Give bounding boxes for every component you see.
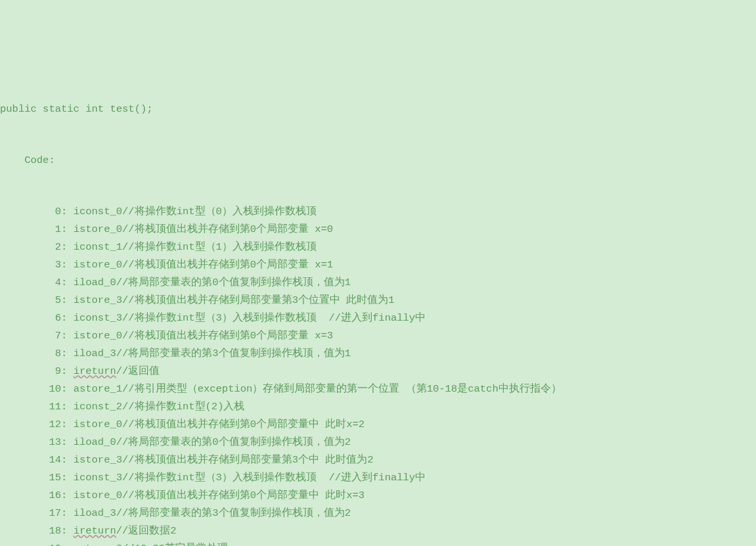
comment: //将操作数int型（0）入栈到操作数栈顶: [122, 204, 317, 221]
comment: //19-23其它异常处理: [122, 541, 228, 546]
code-label: Code:: [0, 152, 756, 170]
line-prefix: 12:: [0, 417, 74, 434]
instruction-line: 2: iconst_1 //将操作数int型（1）入栈到操作数栈顶: [0, 239, 756, 257]
instruction-line: 3: istore_0 //将栈顶值出栈并存储到第0个局部变量 x=1: [0, 257, 756, 275]
instruction-line: 15: iconst_3 //将操作数int型（3）入栈到操作数栈顶 //进入到…: [0, 470, 756, 488]
line-prefix: 14:: [0, 452, 74, 469]
comment: //将操作数int型（1）入栈到操作数栈顶: [122, 239, 317, 256]
opcode: iconst_2: [74, 399, 122, 416]
instruction-line: 10: astore_1 //将引用类型（exception）存储到局部变量的第…: [0, 381, 756, 399]
instruction-line: 17: iload_3 //将局部变量表的第3个值复制到操作栈顶，值为2: [0, 505, 756, 523]
method-signature: public static int test();: [0, 101, 756, 118]
comment: //返回数据2: [116, 523, 177, 540]
line-prefix: 11:: [0, 399, 74, 416]
line-prefix: 13:: [0, 434, 74, 451]
opcode: iconst_1: [74, 239, 122, 256]
line-prefix: 8:: [0, 346, 74, 363]
line-prefix: 1:: [0, 221, 74, 239]
line-prefix: 19:: [0, 541, 74, 546]
line-prefix: 10:: [0, 381, 74, 398]
opcode: istore_0: [74, 328, 122, 345]
comment: //将操作数int型（3）入栈到操作数栈顶 //进入到finally中: [122, 310, 426, 327]
opcode: istore_0: [74, 221, 122, 239]
line-prefix: 18:: [0, 523, 74, 540]
comment: //将局部变量表的第3个值复制到操作栈顶，值为2: [116, 505, 351, 522]
comment: //将局部变量表的第0个值复制到操作栈顶，值为2: [116, 434, 351, 451]
line-prefix: 0:: [0, 204, 74, 221]
instruction-line: 19: astore_2 //19-23其它异常处理: [0, 541, 756, 546]
line-prefix: 6:: [0, 310, 74, 327]
comment: //将栈顶值出栈并存储到第0个局部变量 x=0: [122, 221, 333, 239]
opcode: iconst_3: [74, 310, 122, 327]
instruction-line: 9: ireturn //返回值: [0, 363, 756, 381]
comment: //将引用类型（exception）存储到局部变量的第一个位置 （第10-18是…: [122, 381, 562, 398]
comment: //将栈顶值出栈并存储到第0个局部变量 x=1: [122, 257, 333, 274]
comment: //将操作数int型（3）入栈到操作数栈顶 //进入到finally中: [122, 470, 426, 487]
opcode: iload_3: [74, 346, 116, 363]
line-prefix: 4:: [0, 275, 74, 292]
opcode: iconst_3: [74, 470, 122, 487]
line-prefix: 15:: [0, 470, 74, 487]
line-prefix: 17:: [0, 505, 74, 522]
instruction-line: 13: iload_0 //将局部变量表的第0个值复制到操作栈顶，值为2: [0, 434, 756, 452]
opcode: ireturn: [74, 363, 116, 380]
instruction-line: 16: istore_0 //将栈顶值出栈并存储到第0个局部变量中 此时x=3: [0, 488, 756, 505]
comment: //将栈顶值出栈并存储到第0个局部变量 x=3: [122, 328, 333, 345]
comment: //将局部变量表的第3个值复制到操作栈顶，值为1: [116, 346, 351, 363]
instruction-line: 12: istore_0 //将栈顶值出栈并存储到第0个局部变量中 此时x=2: [0, 417, 756, 434]
instruction-line: 6: iconst_3 //将操作数int型（3）入栈到操作数栈顶 //进入到f…: [0, 310, 756, 328]
instruction-list: 0: iconst_0 //将操作数int型（0）入栈到操作数栈顶 1: ist…: [0, 204, 756, 546]
line-prefix: 9:: [0, 363, 74, 380]
comment: //将栈顶值出栈并存储到局部变量第3个位置中 此时值为1: [122, 292, 395, 309]
line-prefix: 7:: [0, 328, 74, 345]
comment: //将栈顶值出栈并存储到第0个局部变量中 此时x=2: [122, 417, 365, 434]
line-prefix: 16:: [0, 488, 74, 505]
comment: //返回值: [116, 363, 160, 380]
instruction-line: 11: iconst_2 //将操作数int型(2)入栈: [0, 399, 756, 417]
instruction-line: 18: ireturn //返回数据2: [0, 523, 756, 541]
instruction-line: 8: iload_3 //将局部变量表的第3个值复制到操作栈顶，值为1: [0, 346, 756, 363]
line-prefix: 2:: [0, 239, 74, 256]
comment: //将局部变量表的第0个值复制到操作栈顶，值为1: [116, 275, 351, 292]
opcode: astore_2: [74, 541, 122, 546]
comment: //将栈顶值出栈并存储到局部变量第3个中 此时值为2: [122, 452, 374, 469]
opcode: iload_3: [74, 505, 116, 522]
opcode: istore_3: [74, 452, 122, 469]
opcode: istore_0: [74, 257, 122, 274]
comment: //将操作数int型(2)入栈: [122, 399, 244, 416]
opcode: astore_1: [74, 381, 122, 398]
opcode: iconst_0: [74, 204, 122, 221]
opcode: iload_0: [74, 434, 116, 451]
signature-text: public static int test();: [0, 101, 153, 118]
code-label-text: Code:: [0, 152, 55, 170]
instruction-line: 14: istore_3 //将栈顶值出栈并存储到局部变量第3个中 此时值为2: [0, 452, 756, 470]
opcode: ireturn: [74, 523, 116, 540]
line-prefix: 3:: [0, 257, 74, 274]
opcode: istore_0: [74, 488, 122, 505]
instruction-line: 0: iconst_0 //将操作数int型（0）入栈到操作数栈顶: [0, 204, 756, 221]
opcode: istore_3: [74, 292, 122, 309]
opcode: istore_0: [74, 417, 122, 434]
instruction-line: 1: istore_0 //将栈顶值出栈并存储到第0个局部变量 x=0: [0, 221, 756, 239]
opcode: iload_0: [74, 275, 116, 292]
line-prefix: 5:: [0, 292, 74, 309]
bytecode-listing: public static int test(); Code: 0: icons…: [0, 67, 756, 546]
instruction-line: 7: istore_0 //将栈顶值出栈并存储到第0个局部变量 x=3: [0, 328, 756, 346]
comment: //将栈顶值出栈并存储到第0个局部变量中 此时x=3: [122, 488, 365, 505]
instruction-line: 5: istore_3 //将栈顶值出栈并存储到局部变量第3个位置中 此时值为1: [0, 292, 756, 310]
instruction-line: 4: iload_0 //将局部变量表的第0个值复制到操作栈顶，值为1: [0, 275, 756, 292]
